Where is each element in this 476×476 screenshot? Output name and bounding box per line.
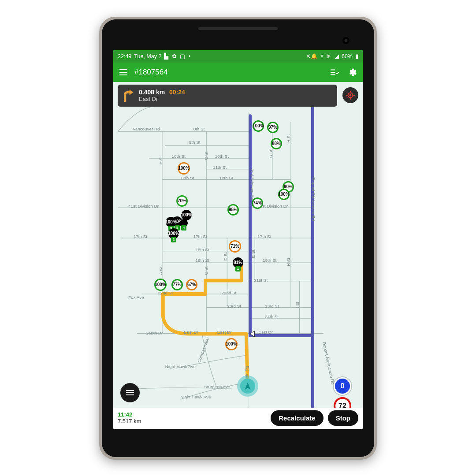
svg-text:I St: I St bbox=[295, 301, 300, 308]
svg-text:Night Hawk Ave: Night Hawk Ave bbox=[180, 394, 211, 399]
stop-button[interactable]: Stop bbox=[328, 410, 358, 426]
speaker-grille bbox=[198, 27, 278, 30]
svg-text:Vancouver Rd: Vancouver Rd bbox=[133, 126, 160, 131]
svg-text:41st Division Dr: 41st Division Dr bbox=[128, 204, 159, 208]
gear-icon[interactable] bbox=[345, 65, 360, 80]
svg-text:11th St: 11th St bbox=[213, 164, 227, 169]
checklist-icon[interactable] bbox=[327, 65, 342, 80]
next-road: East Dr bbox=[139, 96, 185, 102]
sequence-badge: 2 bbox=[171, 237, 176, 242]
bottom-bar: 11:42 7.517 km Recalculate Stop bbox=[113, 408, 363, 429]
svg-text:Dupont-Steilacoom Rd: Dupont-Steilacoom Rd bbox=[322, 341, 335, 385]
stop-marker[interactable]: 71% bbox=[229, 240, 241, 253]
signal-icon: ◢ bbox=[335, 53, 339, 60]
svg-text:21st St: 21st St bbox=[254, 277, 268, 282]
stop-marker[interactable]: 100% bbox=[178, 162, 190, 175]
svg-text:18th St: 18th St bbox=[196, 247, 209, 252]
mute-icon: ✕🔔 bbox=[306, 53, 318, 60]
stop-marker[interactable]: 77% bbox=[171, 279, 183, 290]
svg-text:19th St: 19th St bbox=[196, 258, 209, 263]
route-id: #1807564 bbox=[134, 68, 323, 77]
svg-text:E St: E St bbox=[251, 249, 256, 258]
svg-text:22nd St: 22nd St bbox=[158, 290, 173, 295]
svg-text:C St: C St bbox=[204, 151, 208, 160]
eta-block[interactable]: 11:42 7.517 km bbox=[118, 412, 141, 425]
stop-marker[interactable]: 100% bbox=[278, 189, 290, 200]
current-location bbox=[237, 376, 258, 397]
stop-marker[interactable]: 4 bbox=[180, 219, 188, 227]
turn-right-icon bbox=[121, 89, 134, 102]
recalculate-button[interactable]: Recalculate bbox=[271, 410, 323, 426]
eta-time: 11:42 bbox=[118, 412, 141, 418]
svg-text:12th St: 12th St bbox=[219, 175, 233, 180]
svg-text:South Dr: South Dr bbox=[145, 330, 163, 335]
svg-text:Dupont-Steilacoom Rd: Dupont-Steilacoom Rd bbox=[311, 177, 316, 221]
stop-marker[interactable]: 67% bbox=[186, 279, 197, 290]
stop-marker[interactable]: 100%2 bbox=[168, 228, 179, 239]
svg-text:C St: C St bbox=[204, 266, 208, 275]
stop-marker[interactable]: 100% bbox=[225, 338, 238, 350]
svg-text:A St: A St bbox=[158, 156, 163, 164]
stop-marker[interactable]: 97% bbox=[267, 122, 279, 133]
next-time: 00:24 bbox=[169, 89, 185, 96]
svg-text:22nd St: 22nd St bbox=[222, 290, 237, 295]
stop-marker[interactable]: 74% bbox=[252, 197, 263, 209]
clock: 22:49 bbox=[118, 53, 131, 60]
stop-marker[interactable]: 100% bbox=[154, 279, 167, 291]
svg-text:G St: G St bbox=[268, 149, 273, 158]
svg-point-72 bbox=[350, 94, 351, 96]
map-roads: Vancouver Rd8th St9th St10th St10th St11… bbox=[113, 82, 363, 429]
map[interactable]: Vancouver Rd8th St9th St10th St10th St11… bbox=[113, 82, 363, 429]
screen: 22:49 Tue, May 2 ▙ ✿ ▢ • ✕🔔 ⌖ ⫸ ◢ 60% ▮ bbox=[113, 50, 363, 429]
svg-text:H St: H St bbox=[286, 257, 291, 266]
svg-text:D St: D St bbox=[223, 252, 228, 260]
svg-text:East Dr: East Dr bbox=[258, 329, 273, 334]
front-camera bbox=[342, 37, 350, 44]
svg-text:A St: A St bbox=[158, 267, 163, 275]
android-statusbar: 22:49 Tue, May 2 ▙ ✿ ▢ • ✕🔔 ⌖ ⫸ ◢ 60% ▮ bbox=[113, 50, 363, 63]
gps-icon: ⌖ bbox=[320, 53, 324, 60]
crosshair-icon bbox=[346, 90, 355, 100]
sequence-badge: 1 bbox=[235, 266, 241, 271]
date: Tue, May 2 bbox=[134, 53, 161, 60]
svg-text:19th St: 19th St bbox=[263, 258, 276, 263]
remaining-distance: 7.517 km bbox=[118, 418, 141, 425]
tablet-frame: 22:49 Tue, May 2 ▙ ✿ ▢ • ✕🔔 ⌖ ⫸ ◢ 60% ▮ bbox=[99, 17, 377, 460]
svg-text:Fox Ave: Fox Ave bbox=[128, 294, 144, 299]
next-distance: 0.408 km bbox=[139, 89, 165, 96]
stop-marker[interactable]: 100% bbox=[253, 120, 264, 132]
stop-marker[interactable]: 70% bbox=[176, 195, 188, 207]
stop-marker[interactable]: 95% bbox=[227, 204, 239, 216]
recenter-button[interactable] bbox=[342, 87, 358, 103]
svg-text:10th St: 10th St bbox=[215, 154, 229, 159]
svg-text:Sturgeon Ave: Sturgeon Ave bbox=[204, 384, 230, 389]
map-menu-fab[interactable] bbox=[120, 383, 140, 402]
svg-text:East Dr: East Dr bbox=[217, 329, 232, 334]
svg-text:Night Hawk Ave: Night Hawk Ave bbox=[165, 364, 196, 369]
svg-text:9th St: 9th St bbox=[189, 139, 201, 144]
tablet-bezel: 22:49 Tue, May 2 ▙ ✿ ▢ • ✕🔔 ⌖ ⫸ ◢ 60% ▮ bbox=[102, 19, 374, 457]
svg-text:East Dr: East Dr bbox=[184, 329, 198, 334]
svg-text:23rd St: 23rd St bbox=[265, 303, 279, 308]
svg-text:12th St: 12th St bbox=[180, 175, 194, 180]
hamburger-icon[interactable] bbox=[116, 65, 131, 80]
svg-text:10th St: 10th St bbox=[171, 154, 185, 159]
svg-text:17th St: 17th St bbox=[193, 234, 207, 239]
wifi-icon: ⫸ bbox=[326, 53, 332, 60]
direction-card[interactable]: 0.408 km 00:24 East Dr bbox=[118, 85, 337, 107]
stop-marker[interactable]: 81%1 bbox=[233, 257, 243, 268]
svg-text:8th St: 8th St bbox=[193, 126, 205, 131]
svg-text:2nd Johnson Rd: 2nd Johnson Rd bbox=[250, 168, 255, 200]
battery-text: 60% bbox=[342, 53, 353, 60]
svg-text:17th St: 17th St bbox=[134, 234, 147, 239]
sequence-badge: 4 bbox=[181, 225, 186, 231]
stop-marker[interactable]: 88% bbox=[271, 138, 282, 149]
app-bar: #1807564 bbox=[113, 63, 363, 82]
heading-arrow-icon bbox=[243, 382, 252, 390]
svg-text:24th St: 24th St bbox=[265, 314, 279, 319]
svg-text:23rd St: 23rd St bbox=[227, 303, 241, 308]
svg-text:17th St: 17th St bbox=[257, 234, 271, 239]
stop-marker[interactable]: 100%3 bbox=[166, 217, 176, 227]
status-icons: ▙ ✿ ▢ • bbox=[164, 53, 191, 60]
battery-icon: ▮ bbox=[355, 53, 358, 60]
